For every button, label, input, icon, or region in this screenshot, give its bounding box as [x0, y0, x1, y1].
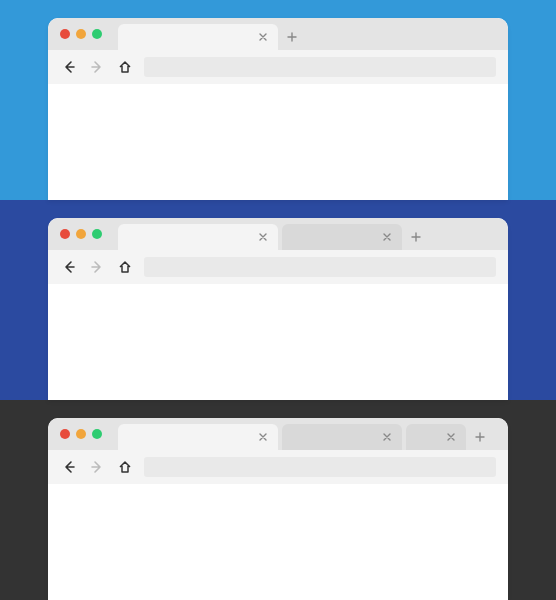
home-button[interactable]	[116, 458, 134, 476]
back-button[interactable]	[60, 58, 78, 76]
tabs-container	[118, 224, 496, 250]
forward-button[interactable]	[88, 58, 106, 76]
close-tab-icon[interactable]	[256, 230, 270, 244]
address-bar[interactable]	[144, 257, 496, 277]
maximize-icon[interactable]	[92, 229, 102, 239]
background-band-2	[0, 200, 556, 400]
tab-strip	[48, 218, 508, 250]
browser-window-3	[48, 418, 508, 600]
window-controls	[60, 424, 102, 450]
close-tab-icon[interactable]	[380, 230, 394, 244]
tab-3[interactable]	[406, 424, 466, 450]
minimize-icon[interactable]	[76, 29, 86, 39]
toolbar	[48, 50, 508, 84]
new-tab-button[interactable]	[282, 27, 302, 47]
close-icon[interactable]	[60, 29, 70, 39]
browser-window-1	[48, 18, 508, 200]
forward-button[interactable]	[88, 258, 106, 276]
close-tab-icon[interactable]	[256, 30, 270, 44]
back-button[interactable]	[60, 458, 78, 476]
new-tab-button[interactable]	[470, 427, 490, 447]
viewport	[48, 284, 508, 400]
background-band-1	[0, 0, 556, 200]
tabs-container	[118, 24, 496, 50]
close-tab-icon[interactable]	[380, 430, 394, 444]
tab-1[interactable]	[118, 224, 278, 250]
maximize-icon[interactable]	[92, 429, 102, 439]
toolbar	[48, 450, 508, 484]
forward-button[interactable]	[88, 458, 106, 476]
window-controls	[60, 24, 102, 50]
tab-2[interactable]	[282, 424, 402, 450]
close-icon[interactable]	[60, 229, 70, 239]
browser-window-2	[48, 218, 508, 400]
home-button[interactable]	[116, 58, 134, 76]
tab-2[interactable]	[282, 224, 402, 250]
minimize-icon[interactable]	[76, 229, 86, 239]
tab-1[interactable]	[118, 24, 278, 50]
maximize-icon[interactable]	[92, 29, 102, 39]
new-tab-button[interactable]	[406, 227, 426, 247]
tab-strip	[48, 418, 508, 450]
close-tab-icon[interactable]	[256, 430, 270, 444]
window-controls	[60, 224, 102, 250]
toolbar	[48, 250, 508, 284]
address-bar[interactable]	[144, 457, 496, 477]
address-bar[interactable]	[144, 57, 496, 77]
close-icon[interactable]	[60, 429, 70, 439]
minimize-icon[interactable]	[76, 429, 86, 439]
viewport	[48, 84, 508, 200]
background-band-3	[0, 400, 556, 600]
tab-1[interactable]	[118, 424, 278, 450]
back-button[interactable]	[60, 258, 78, 276]
close-tab-icon[interactable]	[444, 430, 458, 444]
viewport	[48, 484, 508, 600]
tab-strip	[48, 18, 508, 50]
tabs-container	[118, 424, 496, 450]
home-button[interactable]	[116, 258, 134, 276]
